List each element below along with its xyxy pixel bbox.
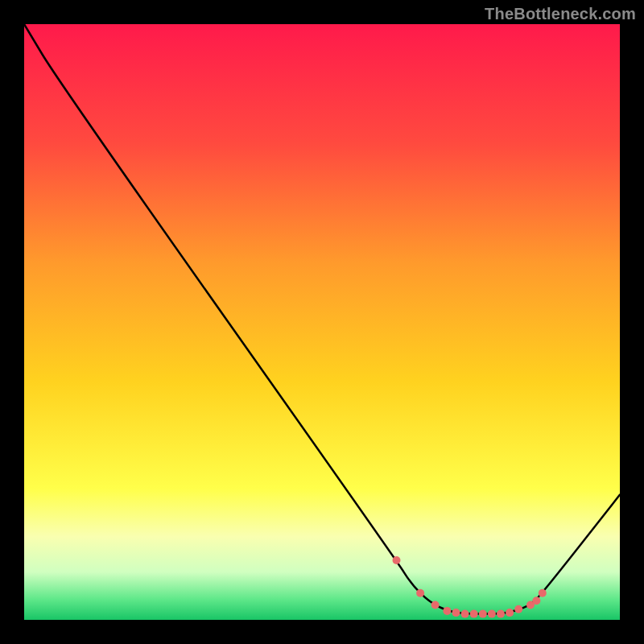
data-marker (393, 556, 401, 564)
watermark: TheBottleneck.com (485, 5, 636, 23)
gradient-background (24, 24, 620, 620)
data-marker (470, 610, 478, 618)
data-marker (461, 610, 469, 618)
data-marker (416, 589, 424, 597)
data-marker (506, 609, 514, 617)
data-marker (488, 610, 496, 618)
data-marker (452, 609, 460, 617)
plot-area (24, 24, 620, 620)
data-marker (539, 589, 547, 597)
data-marker (479, 610, 487, 618)
data-marker (443, 607, 451, 615)
chart-svg (24, 24, 620, 620)
data-marker (514, 605, 522, 613)
data-marker (431, 601, 440, 609)
data-marker (532, 597, 540, 605)
chart-stage: TheBottleneck.com (0, 0, 644, 644)
data-marker (497, 610, 505, 618)
